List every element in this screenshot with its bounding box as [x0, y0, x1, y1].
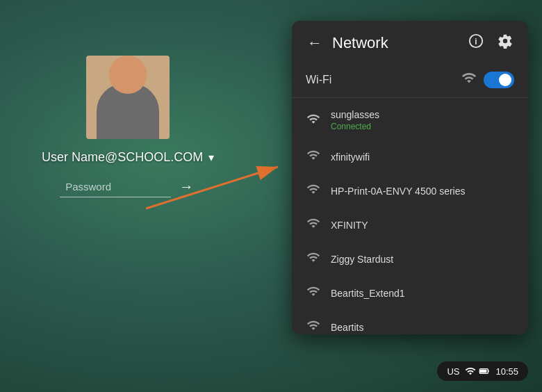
network-item-sunglasses[interactable]: sunglasses Connected [292, 101, 528, 140]
network-name: Beartits [331, 322, 514, 333]
network-name: sunglasses [331, 109, 514, 120]
network-list: sunglasses Connected xfinitywifi [292, 98, 528, 334]
info-button[interactable]: i [467, 32, 485, 54]
status-icons [465, 366, 490, 377]
avatar-body [97, 83, 159, 139]
header-left: ← Network [306, 34, 388, 52]
avatar-head [109, 56, 147, 94]
svg-rect-6 [480, 370, 486, 373]
network-item-hp-print[interactable]: HP-Print-0A-ENVY 4500 series [292, 174, 528, 208]
network-item-beartits[interactable]: Beartits [292, 310, 528, 334]
wifi-label: Wi-Fi [306, 74, 331, 86]
network-item-xfinity[interactable]: XFINITY [292, 208, 528, 242]
network-item-xfinitywifi[interactable]: xfinitywifi [292, 140, 528, 174]
network-name: Ziggy Stardust [331, 254, 514, 265]
login-area: User Name@SCHOOL.COM ▾ → [42, 56, 214, 197]
header-icons: i [467, 32, 514, 54]
submit-button[interactable]: → [176, 176, 196, 197]
wifi-icon-hp [306, 182, 321, 199]
info-icon: i [468, 33, 484, 49]
wifi-toggle[interactable] [484, 72, 514, 88]
network-info-xfinity: XFINITY [331, 220, 514, 231]
wifi-section-header: Wi-Fi [292, 65, 528, 98]
network-info-beartits-extend: Beartits_Extend1 [331, 288, 514, 299]
network-info-sunglasses: sunglasses Connected [331, 109, 514, 131]
svg-text:i: i [475, 37, 477, 47]
network-name: Beartits_Extend1 [331, 288, 514, 299]
network-item-beartits-extend[interactable]: Beartits_Extend1 [292, 276, 528, 310]
wifi-icon-beartits [306, 318, 321, 334]
svg-rect-5 [488, 370, 489, 373]
wifi-icon-beartits-extend [306, 284, 321, 302]
network-info-hp-print: HP-Print-0A-ENVY 4500 series [331, 186, 514, 197]
battery-icon [479, 366, 490, 377]
network-info-beartits: Beartits [331, 322, 514, 333]
panel-title: Network [332, 34, 388, 52]
network-name: xfinitywifi [331, 152, 514, 163]
time-label: 10:55 [495, 366, 518, 377]
network-name: XFINITY [331, 220, 514, 231]
settings-button[interactable] [496, 32, 514, 54]
user-dropdown-chevron[interactable]: ▾ [208, 151, 214, 164]
wifi-connected-icon [306, 112, 321, 129]
wifi-status-icon [465, 366, 476, 377]
back-button[interactable]: ← [306, 34, 324, 52]
network-info-ziggy: Ziggy Stardust [331, 254, 514, 265]
panel-header: ← Network i [292, 21, 528, 65]
region-label: US [447, 366, 459, 377]
status-bar: US 10:55 [437, 361, 528, 381]
wifi-controls [461, 70, 514, 89]
wifi-icon-xfinity2 [306, 216, 321, 234]
network-name: HP-Print-0A-ENVY 4500 series [331, 186, 514, 197]
user-info-row: User Name@SCHOOL.COM ▾ [42, 150, 214, 165]
password-row: → [60, 176, 196, 197]
username-label: User Name@SCHOOL.COM [42, 150, 203, 165]
wifi-icon-ziggy [306, 250, 321, 268]
avatar [86, 56, 170, 139]
network-status: Connected [331, 122, 514, 131]
wifi-icon-xfinity [306, 148, 321, 165]
network-info-xfinitywifi: xfinitywifi [331, 152, 514, 163]
gear-icon [498, 33, 513, 49]
network-panel: ← Network i Wi-Fi [292, 21, 528, 334]
password-input[interactable] [60, 177, 171, 197]
network-item-ziggy[interactable]: Ziggy Stardust [292, 242, 528, 276]
wifi-signal-icon [461, 70, 477, 89]
